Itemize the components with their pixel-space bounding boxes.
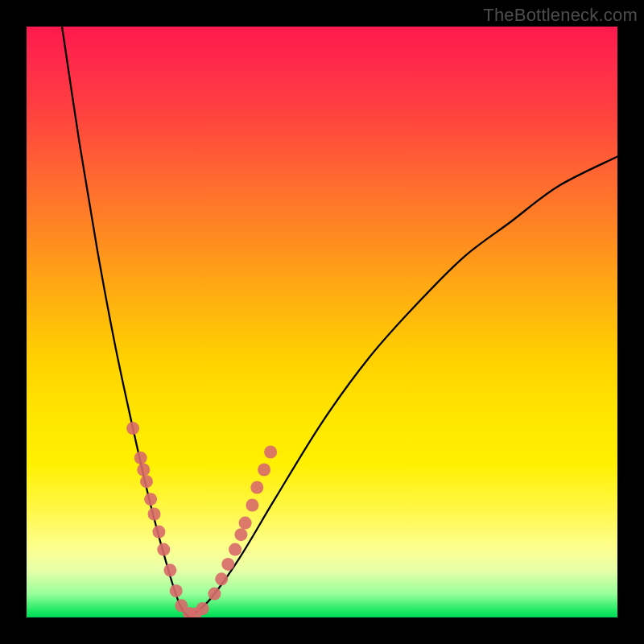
watermark-text: TheBottleneck.com — [483, 5, 638, 26]
chart-stage: TheBottleneck.com — [0, 0, 644, 644]
plot-area — [27, 27, 617, 617]
heat-gradient — [27, 27, 617, 617]
